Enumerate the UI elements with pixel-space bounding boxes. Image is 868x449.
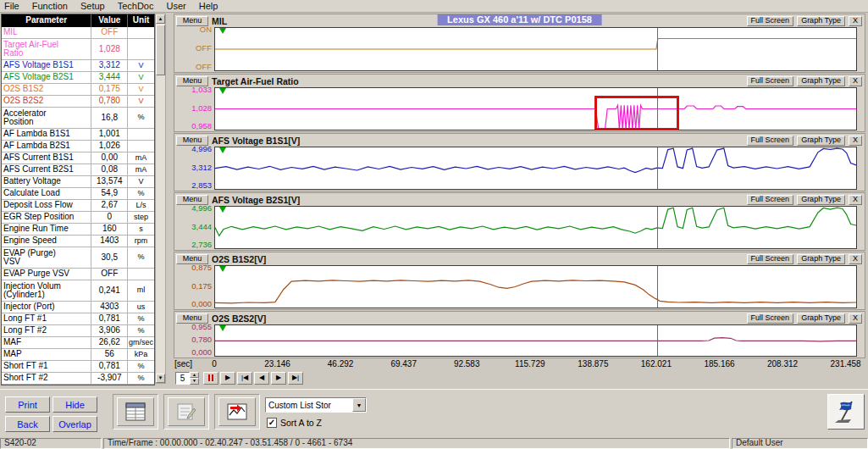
table-row[interactable]: AFS Current B2S10,08mA <box>2 164 154 176</box>
hide-button[interactable]: Hide <box>53 396 97 413</box>
close-graph-button[interactable]: X <box>849 136 862 146</box>
scroll-up-icon[interactable]: ▲ <box>156 14 165 24</box>
graph-type-button[interactable]: Graph Type <box>797 136 845 146</box>
table-row[interactable]: AF Lambda B2S11,026 <box>2 141 154 152</box>
menu-item-setup[interactable]: Setup <box>80 1 105 11</box>
scrollbar-thumb[interactable] <box>156 25 165 75</box>
jump-start-button[interactable]: |◀ <box>237 372 252 385</box>
graph-plot[interactable] <box>214 265 857 308</box>
parameter-name: Injection Volum (Cylinder1) <box>2 280 91 301</box>
menu-item-file[interactable]: File <box>4 1 19 11</box>
table-row[interactable]: MILOFF <box>2 27 154 39</box>
table-row[interactable]: Short FT #2-3,907% <box>2 373 154 385</box>
data-list-button[interactable] <box>113 394 158 430</box>
custom-list-dropdown[interactable]: Custom List Stor ▼ <box>265 397 367 413</box>
time-cursor[interactable] <box>657 207 658 248</box>
chevron-down-icon[interactable]: ▼ <box>352 398 366 412</box>
edit-note-button[interactable] <box>163 394 209 430</box>
speed-down-icon[interactable]: ▼ <box>190 378 199 385</box>
play-button[interactable]: ▶ <box>220 372 235 385</box>
close-graph-button[interactable]: X <box>849 313 862 324</box>
time-cursor[interactable] <box>657 325 658 356</box>
parameter-name: AF Lambda B1S1 <box>2 129 91 140</box>
graph-type-button[interactable]: Graph Type <box>797 254 845 264</box>
table-row[interactable]: Deposit Loss Flow2,67L/s <box>2 200 154 212</box>
close-graph-button[interactable]: X <box>849 76 862 86</box>
table-row[interactable]: Engine Run Time160s <box>2 224 154 236</box>
full-screen-button[interactable]: Full Screen <box>747 16 794 26</box>
menu-item-user[interactable]: User <box>166 1 185 11</box>
parameter-unit: V <box>128 60 154 71</box>
table-row[interactable]: Injector (Port)4303us <box>2 302 154 313</box>
close-graph-button[interactable]: X <box>849 195 862 205</box>
table-row[interactable]: Target Air-Fuel Ratio1,028 <box>2 39 154 60</box>
table-row[interactable]: MAF26,62gm/sec <box>2 337 154 349</box>
table-row[interactable]: O2S B1S20,175V <box>2 84 154 96</box>
table-row[interactable]: Battery Voltage13,574V <box>2 176 154 188</box>
table-scrollbar[interactable]: ▲ ▼ <box>155 14 166 384</box>
table-row[interactable]: Accelerator Position16,8% <box>2 108 154 129</box>
table-row[interactable]: AFS Voltage B1S13,312V <box>2 60 154 72</box>
table-row[interactable]: Injection Volum (Cylinder1)0,241ml <box>2 280 154 302</box>
speed-up-icon[interactable]: ▲ <box>190 372 199 379</box>
y-axis-label: 4,996 <box>191 203 212 213</box>
table-row[interactable]: O2S B2S20,780V <box>2 96 154 108</box>
time-tick-label: 115.729 <box>515 359 545 369</box>
table-row[interactable]: Short FT #10,781% <box>2 361 154 373</box>
full-screen-button[interactable]: Full Screen <box>747 136 794 146</box>
graph-plot[interactable] <box>214 147 857 190</box>
menu-item-help[interactable]: Help <box>199 1 218 11</box>
menu-item-function[interactable]: Function <box>32 1 68 11</box>
graph-plot[interactable] <box>214 27 857 71</box>
close-graph-button[interactable]: X <box>849 254 862 264</box>
scroll-down-icon[interactable]: ▼ <box>156 374 165 383</box>
graph-plot[interactable] <box>214 206 857 249</box>
sort-checkbox[interactable]: ✓ <box>267 418 277 428</box>
time-cursor[interactable] <box>657 28 658 70</box>
time-cursor[interactable] <box>657 147 658 189</box>
step-back-button[interactable]: ◀ <box>254 372 269 385</box>
table-row[interactable]: AFS Current B1S10,00mA <box>2 152 154 164</box>
table-row[interactable]: EVAP Purge VSVOFF <box>2 269 154 280</box>
menu-item-techdoc[interactable]: TechDoc <box>118 1 154 11</box>
table-row[interactable]: EVAP (Purge) VSV30,5% <box>2 247 154 269</box>
close-graph-button[interactable]: X <box>849 16 862 26</box>
back-button[interactable]: Back <box>5 416 50 432</box>
parameter-value: 1403 <box>91 236 128 247</box>
table-row[interactable]: EGR Step Position0step <box>2 212 154 224</box>
table-row[interactable]: AFS Voltage B2S13,444V <box>2 72 154 84</box>
parameter-value: OFF <box>91 27 128 38</box>
overlap-button[interactable]: Overlap <box>53 416 97 432</box>
parameter-value: 0,175 <box>91 84 128 95</box>
table-row[interactable]: Long FT #23,906% <box>2 325 154 337</box>
flag-button[interactable] <box>827 394 865 430</box>
table-row[interactable]: MAP56kPa <box>2 349 154 361</box>
graph-type-button[interactable]: Graph Type <box>797 195 845 205</box>
table-row[interactable]: AF Lambda B1S11,001 <box>2 129 154 141</box>
time-cursor[interactable] <box>657 266 658 308</box>
graph-type-button[interactable]: Graph Type <box>797 313 845 324</box>
jump-end-button[interactable]: ▶| <box>288 372 303 385</box>
graph-plot[interactable] <box>214 324 857 357</box>
full-screen-button[interactable]: Full Screen <box>747 195 794 205</box>
step-forward-button[interactable]: ▶ <box>271 372 286 385</box>
speed-spinner[interactable]: 5 ▲ ▼ <box>175 372 199 385</box>
replay-record-button[interactable] <box>214 394 260 430</box>
full-screen-button[interactable]: Full Screen <box>747 254 794 264</box>
table-row[interactable]: Calculate Load54,9% <box>2 188 154 200</box>
table-row[interactable]: Engine Speed1403rpm <box>2 236 154 247</box>
full-screen-button[interactable]: Full Screen <box>747 313 794 324</box>
parameter-name: AFS Current B2S1 <box>2 164 91 175</box>
time-tick-label: 162.021 <box>641 359 672 369</box>
graph-type-button[interactable]: Graph Type <box>797 76 845 86</box>
pause-bar-icon <box>212 374 213 381</box>
highlight-box <box>594 96 679 130</box>
graph-type-button[interactable]: Graph Type <box>797 16 845 26</box>
status-code: S420-02 <box>0 438 102 449</box>
full-screen-button[interactable]: Full Screen <box>747 76 794 86</box>
sort-checkbox-row[interactable]: ✓ Sort A to Z <box>267 418 322 428</box>
pause-button[interactable] <box>203 372 218 385</box>
table-row[interactable]: Long FT #10,781% <box>2 313 154 325</box>
graph-plot[interactable] <box>214 87 857 130</box>
print-button[interactable]: Print <box>5 396 50 413</box>
